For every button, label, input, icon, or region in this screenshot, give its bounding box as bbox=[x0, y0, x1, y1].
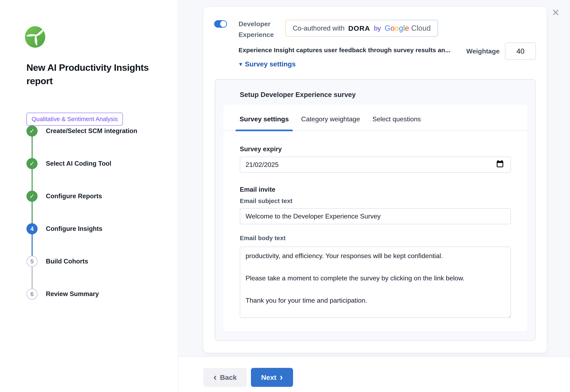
survey-tabs: Survey settings Category weightage Selec… bbox=[223, 105, 527, 131]
email-subject-label: Email subject text bbox=[240, 197, 511, 204]
badge-by-text: by bbox=[374, 25, 381, 32]
close-icon[interactable]: ✕ bbox=[552, 8, 560, 17]
google-cloud-text: Cloud bbox=[411, 24, 431, 33]
step-connector bbox=[32, 266, 33, 289]
insight-description: Experience Insight captures user feedbac… bbox=[238, 47, 476, 54]
step-number: 4 bbox=[27, 223, 38, 234]
survey-expiry-value: 21/02/2025 bbox=[246, 161, 278, 168]
survey-expiry-label: Survey expiry bbox=[240, 145, 511, 153]
survey-settings-collapse-link[interactable]: ▼ Survey settings bbox=[238, 60, 296, 68]
tab-select-questions[interactable]: Select questions bbox=[372, 107, 421, 131]
step-check-icon: ✓ bbox=[27, 158, 38, 169]
step-connector bbox=[32, 234, 33, 256]
insight-card: Developer Experience Co-authored with DO… bbox=[204, 7, 547, 353]
email-body-label: Email body text bbox=[240, 235, 511, 242]
step-create-select-scm[interactable]: ✓ Create/Select SCM integration bbox=[27, 126, 137, 158]
step-number: 5 bbox=[27, 256, 38, 267]
next-button[interactable]: Next › bbox=[251, 368, 293, 387]
wizard-sidebar: New AI Productivity Insights report Qual… bbox=[0, 0, 178, 392]
weightage-group: Weightage bbox=[466, 42, 536, 60]
email-subject-input[interactable] bbox=[240, 208, 511, 224]
wizard-footer: ‹ Back Next › bbox=[179, 357, 570, 392]
step-connector bbox=[32, 169, 33, 191]
badge-prefix-text: Co-authored with bbox=[293, 24, 344, 32]
email-body-textarea[interactable]: productivity, and efficiency. Your respo… bbox=[240, 247, 511, 318]
survey-settings-tab-content: Survey expiry 21/02/2025 Email bbox=[223, 131, 527, 319]
tab-category-weightage[interactable]: Category weightage bbox=[301, 107, 360, 131]
coauthored-badge: Co-authored with DORA by Google Cloud bbox=[285, 20, 438, 37]
google-logo: Google bbox=[384, 24, 409, 33]
survey-tabs-card: Survey settings Category weightage Selec… bbox=[223, 105, 527, 332]
step-select-ai-coding-tool[interactable]: ✓ Select AI Coding Tool bbox=[27, 158, 137, 191]
step-configure-reports[interactable]: ✓ Configure Reports bbox=[27, 191, 137, 223]
step-number: 6 bbox=[27, 288, 38, 300]
step-connector bbox=[32, 136, 33, 158]
back-button[interactable]: ‹ Back bbox=[204, 368, 247, 387]
weightage-input[interactable] bbox=[505, 42, 536, 60]
step-build-cohorts[interactable]: 5 Build Cohorts bbox=[27, 256, 137, 288]
insight-name-label: Developer Experience bbox=[238, 19, 277, 40]
step-review-summary[interactable]: 6 Review Summary bbox=[27, 288, 137, 300]
survey-settings-link-label: Survey settings bbox=[245, 60, 296, 68]
email-invite-label: Email invite bbox=[240, 186, 511, 193]
toggle-knob bbox=[220, 21, 226, 27]
main-panel: ✕ Developer Experience Co-authored with … bbox=[179, 0, 570, 357]
collapse-arrow-icon: ▼ bbox=[238, 62, 243, 67]
developer-experience-toggle[interactable] bbox=[214, 20, 227, 28]
wizard-steps: ✓ Create/Select SCM integration ✓ Select… bbox=[27, 126, 137, 300]
tab-survey-settings[interactable]: Survey settings bbox=[240, 107, 289, 131]
survey-setup-heading: Setup Developer Experience survey bbox=[240, 91, 356, 99]
calendar-icon[interactable] bbox=[497, 160, 503, 169]
wizard-title: New AI Productivity Insights report bbox=[27, 61, 159, 88]
dora-logo: DORA bbox=[348, 24, 370, 32]
step-configure-insights[interactable]: 4 Configure Insights bbox=[27, 223, 137, 256]
step-check-icon: ✓ bbox=[27, 126, 38, 137]
step-check-icon: ✓ bbox=[27, 191, 38, 202]
survey-setup-panel: Setup Developer Experience survey Survey… bbox=[215, 79, 536, 341]
survey-expiry-input[interactable]: 21/02/2025 bbox=[240, 157, 511, 173]
app-logo-icon bbox=[25, 26, 45, 49]
step-connector bbox=[32, 201, 33, 224]
analysis-type-badge: Qualitative & Sentiment Analysis bbox=[27, 113, 123, 126]
